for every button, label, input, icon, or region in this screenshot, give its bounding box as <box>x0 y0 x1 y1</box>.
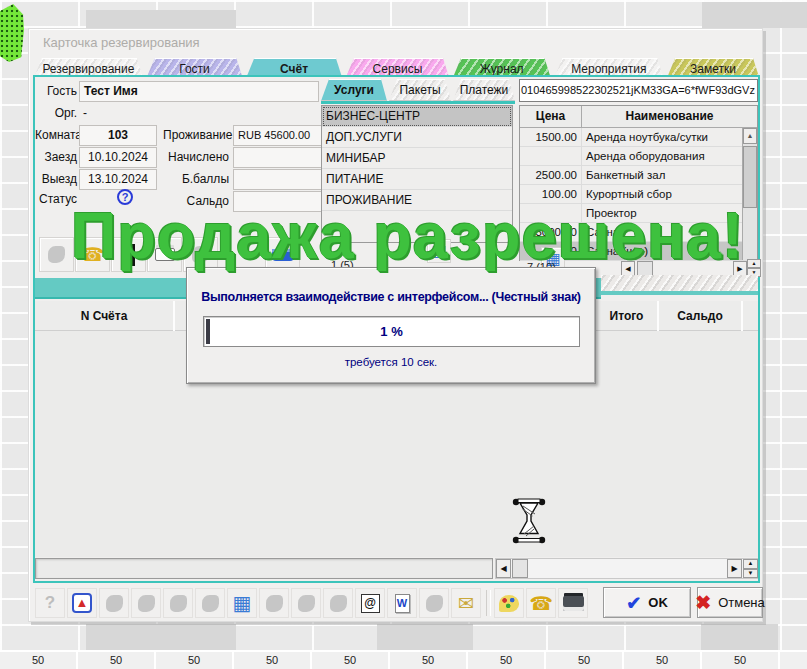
scroll-right-icon[interactable]: ▶ <box>727 559 742 578</box>
user-card-button[interactable] <box>259 588 289 618</box>
room-field[interactable]: 103 <box>79 125 157 146</box>
table-row[interactable]: 1500.00Аренда ноутбука/сутки <box>520 128 757 147</box>
arrival-date-field[interactable]: 10.10.2024 <box>79 147 157 168</box>
scrollbar-thumb[interactable] <box>512 559 528 578</box>
x-icon: ✖ <box>695 591 711 614</box>
arrival-label: Заезд <box>35 150 77 164</box>
org-label: Орг. <box>35 106 77 120</box>
phone-lookup-button[interactable]: ☎ <box>526 588 556 618</box>
check-icon: ✔ <box>626 592 641 614</box>
guest-label: Гость <box>35 84 77 98</box>
grid-value: 50 <box>390 652 468 669</box>
list-item[interactable]: ДОП.УСЛУГИ <box>322 127 512 148</box>
status-panel <box>35 558 493 579</box>
grid-value: 50 <box>312 652 390 669</box>
accounts-section-hatch <box>601 275 758 295</box>
marking-code-input[interactable]: 010465998522302521jKM33GA=6*fWF93dGVz <box>519 79 758 102</box>
word-export-button[interactable]: W <box>387 588 417 618</box>
document-icon <box>106 595 123 612</box>
spreadsheet-background: 50 50 50 50 50 50 50 50 50 50 50 Карточк… <box>0 0 807 669</box>
grid-value: 50 <box>234 652 312 669</box>
grid-value: 50 <box>468 652 546 669</box>
grid-value: 50 <box>156 652 234 669</box>
sound-button[interactable] <box>131 588 161 618</box>
user-card-icon <box>266 595 283 612</box>
users-group-button[interactable] <box>291 588 321 618</box>
email-button[interactable]: @ <box>355 588 385 618</box>
progress-message: Выполняется взаимодействие с интерфейсом… <box>187 290 595 304</box>
name-column-header[interactable]: Наименование <box>582 106 757 127</box>
total-header[interactable]: Итого <box>596 301 659 331</box>
horizontal-scrollbar-track[interactable] <box>495 558 758 579</box>
price-column-header[interactable]: Цена <box>520 106 582 127</box>
sound-icon <box>138 595 155 612</box>
help-button[interactable]: ? <box>35 588 65 618</box>
progress-eta: требуется 10 сек. <box>187 356 595 368</box>
name-cell: Аренда ноутбука/сутки <box>582 128 757 146</box>
room-label: Комната <box>35 128 77 142</box>
forward-button[interactable] <box>419 588 449 618</box>
table-row[interactable]: 2500.00Банкетный зал <box>520 166 757 185</box>
new-document-button[interactable] <box>99 588 129 618</box>
progress-bar: 1 % <box>203 316 580 347</box>
hourglass-cursor-icon <box>510 494 548 551</box>
grid-cell-shaded <box>702 2 807 28</box>
grid-value: 50 <box>702 652 780 669</box>
inner-tab-services[interactable]: Услуги <box>321 79 387 101</box>
grid-cell-shaded <box>377 624 473 650</box>
cancel-button[interactable]: ✖Отмена <box>697 587 763 618</box>
name-cell: Банкетный зал <box>582 166 757 184</box>
fax-icon <box>563 596 584 611</box>
scroll-left-icon[interactable]: ◀ <box>496 559 511 578</box>
sale-allowed-banner: Продажа разрешена! <box>20 198 795 273</box>
email-at-icon: @ <box>361 594 380 613</box>
green-shape-icon <box>0 4 24 62</box>
user-return-button[interactable] <box>195 588 225 618</box>
inner-tab-packages[interactable]: Пакеты <box>389 79 451 101</box>
calculator-icon: ▦ <box>233 593 252 613</box>
departure-label: Выезд <box>35 172 77 186</box>
help-icon: ? <box>45 593 55 613</box>
toolbar-separator <box>486 590 491 616</box>
lodging-label: Проживание <box>163 128 229 142</box>
grid-value: 50 <box>624 652 702 669</box>
phone-icon: ☎ <box>529 592 553 615</box>
progress-percent: 1 % <box>204 324 579 339</box>
word-doc-icon: W <box>395 594 410 613</box>
table-row[interactable]: Аренда оборудования <box>520 147 757 166</box>
ok-label: OK <box>648 595 668 610</box>
publish-button[interactable]: ▲ <box>67 588 97 618</box>
key-icon <box>330 595 347 612</box>
room-key-button[interactable] <box>323 588 353 618</box>
guest-name-field[interactable]: Тест Имя <box>79 81 319 102</box>
org-value: - <box>83 106 87 120</box>
user-return-icon <box>202 595 219 612</box>
user-button[interactable] <box>163 588 193 618</box>
grid-cell-shaded <box>86 10 236 28</box>
grid-cell-shaded <box>701 624 778 650</box>
fax-scan-button[interactable] <box>558 588 588 618</box>
grid-cell-shaded <box>86 624 236 650</box>
mail-send-button[interactable]: ✉ <box>451 588 481 618</box>
cancel-label: Отмена <box>718 595 765 610</box>
name-cell: Аренда оборудования <box>582 147 757 165</box>
palette-button[interactable] <box>494 588 524 618</box>
list-item[interactable]: ПИТАНИЕ <box>322 169 512 190</box>
scroll-up-icon[interactable]: ▲ <box>743 128 757 144</box>
envelope-icon: ✉ <box>458 592 474 615</box>
list-item[interactable]: МИНИБАР <box>322 148 512 169</box>
accrued-label: Начислено <box>163 150 229 164</box>
departure-date-field[interactable]: 13.10.2024 <box>79 169 157 190</box>
balance-header[interactable]: Сальдо <box>659 301 743 331</box>
list-item[interactable]: БИЗНЕС-ЦЕНТР <box>322 106 512 127</box>
inner-tab-payments[interactable]: Платежи <box>453 79 515 101</box>
ok-button[interactable]: ✔OK <box>603 587 691 618</box>
calculator-button[interactable]: ▦ <box>227 588 257 618</box>
spin-down-icon[interactable]: ▼ <box>743 569 758 579</box>
user-icon <box>170 595 187 612</box>
spin-up-icon[interactable]: ▲ <box>743 559 758 569</box>
row-spinner[interactable]: ▲▼ <box>743 559 758 578</box>
accrued-field <box>233 147 327 168</box>
bill-number-header[interactable]: N Счёта <box>35 301 175 331</box>
lodging-amount-field: RUB 45600.00 <box>233 125 327 146</box>
